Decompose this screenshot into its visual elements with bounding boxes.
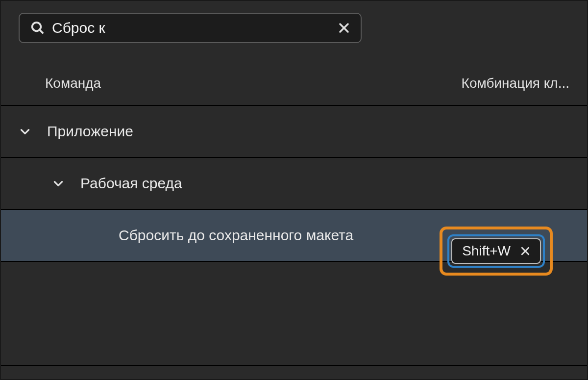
clear-shortcut-button[interactable]: [520, 246, 530, 256]
tree-row-label: Приложение: [47, 123, 133, 140]
tree-row-label: Сбросить до сохраненного макета: [119, 227, 353, 244]
shortcut-input[interactable]: Shift+W: [451, 238, 541, 264]
shortcut-text: Shift+W: [462, 243, 511, 259]
tree-row-application[interactable]: Приложение: [1, 106, 587, 158]
search-bar: [1, 1, 587, 43]
keyboard-shortcuts-panel: Команда Комбинация кл... Приложение Рабо…: [0, 0, 588, 380]
search-icon: [30, 21, 45, 35]
shortcut-focus-ring: Shift+W: [447, 234, 545, 268]
highlight-annotation: Shift+W: [440, 227, 553, 276]
column-command-label: Команда: [45, 76, 101, 91]
empty-space: [1, 262, 587, 365]
chevron-down-icon: [52, 177, 65, 190]
svg-point-0: [32, 23, 41, 31]
column-headers: Команда Комбинация кл...: [1, 43, 587, 105]
clear-search-button[interactable]: [338, 22, 350, 34]
search-input[interactable]: [52, 20, 331, 36]
search-field: [19, 13, 362, 43]
tree-row-label: Рабочая среда: [80, 175, 182, 192]
svg-line-1: [40, 30, 43, 33]
chevron-down-icon: [19, 125, 31, 138]
column-shortcut-label: Комбинация кл...: [462, 76, 569, 91]
tree-row-workspace[interactable]: Рабочая среда: [1, 158, 587, 210]
